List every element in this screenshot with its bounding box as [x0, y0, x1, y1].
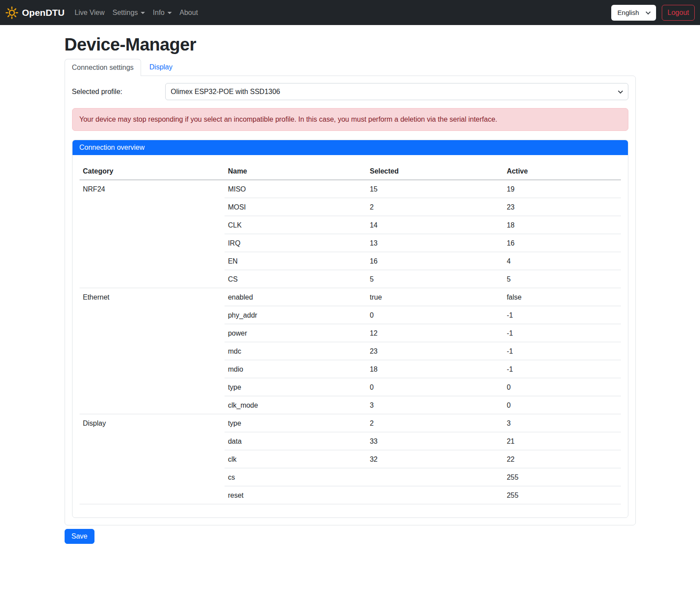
active-cell: false: [503, 288, 620, 306]
name-cell: clk: [225, 450, 366, 468]
table-row: NRF24MISO1519: [80, 180, 621, 198]
name-cell: reset: [225, 486, 366, 504]
table-row: Ethernetenabledtruefalse: [80, 288, 621, 306]
name-cell: MISO: [225, 180, 366, 198]
connection-overview-body: Category Name Selected Active NRF24MISO1…: [73, 155, 628, 517]
active-cell: 19: [503, 180, 620, 198]
active-cell: -1: [503, 342, 620, 360]
active-cell: 0: [503, 396, 620, 414]
selected-cell: [366, 468, 503, 486]
main-container: Device-Manager Connection settings Displ…: [65, 35, 636, 544]
selected-cell: true: [366, 288, 503, 306]
nav-links: Live View Settings Info About: [71, 5, 202, 20]
page-title: Device-Manager: [65, 35, 636, 54]
name-cell: phy_addr: [225, 306, 366, 324]
active-cell: 23: [503, 198, 620, 216]
category-cell: NRF24: [80, 180, 225, 288]
active-cell: -1: [503, 324, 620, 342]
selected-cell: 14: [366, 216, 503, 234]
caret-down-icon: [141, 12, 145, 14]
tab-bar: Connection settings Display: [65, 59, 636, 76]
active-cell: 18: [503, 216, 620, 234]
brand-label: OpenDTU: [22, 7, 65, 18]
selected-cell: 5: [366, 270, 503, 288]
navbar-right: English Logout: [611, 5, 695, 21]
selected-profile-label: Selected profile:: [72, 88, 165, 96]
selected-cell: 16: [366, 252, 503, 270]
brand-link[interactable]: OpenDTU: [5, 6, 65, 19]
connection-table-body: NRF24MISO1519MOSI223CLK1418IRQ1316EN164C…: [80, 180, 621, 504]
connection-overview-card: Connection overview Category Name Select…: [72, 140, 628, 518]
save-button[interactable]: Save: [65, 529, 94, 544]
name-cell: CLK: [225, 216, 366, 234]
name-cell: MOSI: [225, 198, 366, 216]
selected-cell: 12: [366, 324, 503, 342]
active-cell: -1: [503, 360, 620, 378]
selected-cell: 33: [366, 432, 503, 450]
connection-overview-header: Connection overview: [73, 140, 628, 155]
column-header-category: Category: [80, 162, 225, 180]
name-cell: cs: [225, 468, 366, 486]
column-header-active: Active: [503, 162, 620, 180]
nav-item-live-view[interactable]: Live View: [71, 5, 109, 20]
connection-table: Category Name Selected Active NRF24MISO1…: [80, 162, 621, 504]
name-cell: type: [225, 414, 366, 432]
selected-cell: 23: [366, 342, 503, 360]
table-header-row: Category Name Selected Active: [80, 162, 621, 180]
selected-cell: 2: [366, 414, 503, 432]
nav-item-info[interactable]: Info: [149, 5, 176, 20]
table-row: Displaytype23: [80, 414, 621, 432]
name-cell: IRQ: [225, 234, 366, 252]
active-cell: 3: [503, 414, 620, 432]
language-select-wrap: English: [611, 5, 656, 21]
nav-item-settings[interactable]: Settings: [109, 5, 149, 20]
selected-cell: 2: [366, 198, 503, 216]
nav-item-about[interactable]: About: [176, 5, 202, 20]
logout-button[interactable]: Logout: [662, 5, 695, 21]
selected-cell: 32: [366, 450, 503, 468]
active-cell: -1: [503, 306, 620, 324]
column-header-selected: Selected: [366, 162, 503, 180]
active-cell: 4: [503, 252, 620, 270]
selected-cell: 0: [366, 378, 503, 396]
name-cell: data: [225, 432, 366, 450]
profile-select-wrap: Olimex ESP32-POE with SSD1306: [165, 83, 628, 100]
language-select[interactable]: English: [611, 5, 656, 21]
active-cell: 255: [503, 468, 620, 486]
name-cell: power: [225, 324, 366, 342]
selected-cell: 15: [366, 180, 503, 198]
active-cell: 16: [503, 234, 620, 252]
selected-cell: 3: [366, 396, 503, 414]
name-cell: mdc: [225, 342, 366, 360]
name-cell: type: [225, 378, 366, 396]
name-cell: mdio: [225, 360, 366, 378]
active-cell: 22: [503, 450, 620, 468]
tab-connection-settings[interactable]: Connection settings: [65, 59, 141, 76]
category-cell: Display: [80, 414, 225, 504]
name-cell: CS: [225, 270, 366, 288]
selected-cell: 13: [366, 234, 503, 252]
top-navbar: OpenDTU Live View Settings Info About En…: [0, 0, 700, 25]
name-cell: EN: [225, 252, 366, 270]
active-cell: 21: [503, 432, 620, 450]
name-cell: clk_mode: [225, 396, 366, 414]
tab-content-card: Selected profile: Olimex ESP32-POE with …: [65, 76, 636, 525]
profile-select[interactable]: Olimex ESP32-POE with SSD1306: [165, 83, 628, 100]
selected-cell: 18: [366, 360, 503, 378]
selected-profile-row: Selected profile: Olimex ESP32-POE with …: [72, 83, 628, 100]
selected-cell: 0: [366, 306, 503, 324]
active-cell: 5: [503, 270, 620, 288]
category-cell: Ethernet: [80, 288, 225, 414]
sun-icon: [5, 6, 18, 19]
active-cell: 0: [503, 378, 620, 396]
caret-down-icon: [167, 12, 172, 14]
column-header-name: Name: [225, 162, 366, 180]
active-cell: 255: [503, 486, 620, 504]
profile-warning-alert: Your device may stop responding if you s…: [72, 108, 628, 131]
tab-display[interactable]: Display: [142, 59, 179, 76]
name-cell: enabled: [225, 288, 366, 306]
selected-cell: [366, 486, 503, 504]
